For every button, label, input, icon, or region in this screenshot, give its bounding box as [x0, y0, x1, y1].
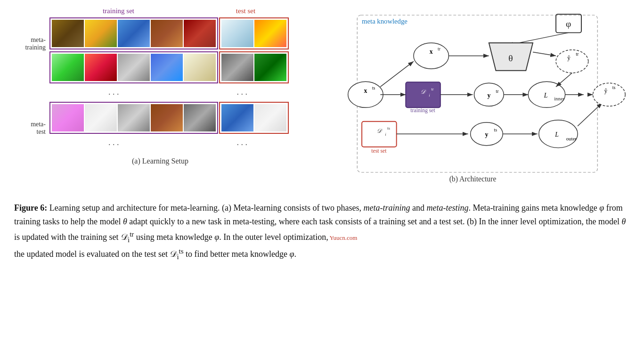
img-8 — [52, 54, 84, 81]
img-17 — [118, 104, 150, 131]
svg-point-6 — [414, 43, 449, 69]
training-group-2 — [49, 51, 218, 83]
svg-text:(b)  Architecture: (b) Architecture — [449, 175, 497, 183]
svg-point-11 — [556, 50, 588, 73]
svg-text:tr: tr — [431, 87, 433, 91]
img-3 — [118, 20, 150, 47]
image-row-2 — [49, 51, 306, 83]
img-16 — [85, 104, 117, 131]
meta-training-label: meta-training — [14, 17, 49, 51]
training-group-3 — [49, 102, 218, 134]
img-20 — [221, 104, 253, 131]
svg-text:ts: ts — [612, 85, 616, 90]
img-10 — [118, 54, 150, 81]
img-6 — [221, 20, 253, 47]
svg-text:φ: φ — [566, 19, 571, 29]
set-labels-row: training set test set — [14, 7, 306, 15]
img-18 — [151, 104, 183, 131]
dots-left-2: . . . — [108, 138, 119, 147]
svg-text:outer: outer — [566, 136, 577, 141]
image-row-3 — [49, 102, 306, 134]
svg-line-27 — [556, 73, 572, 87]
meta-test-label: meta-test — [14, 102, 49, 136]
svg-text:L: L — [544, 92, 548, 99]
test-set-label: test set — [236, 7, 255, 15]
img-11 — [151, 54, 183, 81]
svg-line-47 — [578, 103, 602, 126]
img-12 — [184, 54, 216, 81]
meta-testing-italic: meta-testing — [426, 203, 468, 213]
img-9 — [85, 54, 117, 81]
right-architecture-panel: meta knowledge φ θ x tr ŷ tr 𝒟 — [316, 5, 630, 192]
dots-right: . . . — [237, 87, 248, 97]
dots-left: . . . — [108, 87, 119, 97]
svg-text:test set: test set — [371, 148, 387, 154]
svg-text:x: x — [430, 49, 433, 56]
svg-text:tr: tr — [576, 51, 579, 57]
top-diagram-section: training set test set meta-training — [14, 5, 630, 192]
svg-text:θ: θ — [508, 53, 513, 63]
meta-knowledge-text: meta knowledge — [362, 17, 408, 25]
svg-text:y: y — [485, 131, 488, 138]
meta-test-block: meta-test . — [14, 102, 306, 149]
svg-text:x: x — [364, 87, 367, 94]
svg-text:L: L — [554, 131, 559, 138]
watermark: Yuucn.com — [328, 234, 358, 241]
test-group-1 — [219, 17, 289, 49]
svg-point-34 — [348, 82, 383, 107]
meta-training-images: . . . . . . — [49, 17, 306, 99]
svg-text:inner: inner — [554, 96, 565, 101]
img-4 — [151, 20, 183, 47]
architecture-svg: meta knowledge φ θ x tr ŷ tr 𝒟 — [316, 5, 630, 192]
svg-text:ts: ts — [372, 85, 375, 90]
svg-text:ŷ: ŷ — [604, 88, 608, 94]
svg-line-10 — [533, 52, 556, 56]
left-figure-caption: (a) Learning Setup — [132, 157, 188, 165]
figure-label: Figure 6: — [14, 203, 47, 213]
left-learning-setup: training set test set meta-training — [14, 5, 306, 192]
img-19 — [184, 104, 216, 131]
test-group-2 — [219, 51, 289, 83]
img-21 — [254, 104, 286, 131]
img-13 — [221, 54, 253, 81]
svg-text:ŷ: ŷ — [567, 55, 571, 61]
meta-training-italic: meta-training — [363, 203, 410, 213]
image-row-1 — [49, 17, 306, 49]
svg-text:ts: ts — [494, 127, 497, 132]
dots-row-2: . . . . . . — [49, 136, 306, 149]
img-5 — [184, 20, 216, 47]
test-group-3 — [219, 102, 289, 134]
dots-row-1: . . . . . . — [49, 85, 306, 99]
img-2 — [85, 20, 117, 47]
img-14 — [254, 54, 286, 81]
meta-training-block: meta-training — [14, 17, 306, 99]
meta-test-images: . . . . . . — [49, 102, 306, 149]
svg-point-48 — [593, 83, 626, 106]
svg-text:tr: tr — [496, 89, 499, 94]
dots-right-2: . . . — [237, 138, 248, 147]
training-set-label: training set — [103, 7, 134, 15]
svg-text:tr: tr — [438, 46, 441, 51]
training-group-1 — [49, 17, 218, 49]
img-1 — [52, 20, 84, 47]
figure-caption: Figure 6: Learning setup and architectur… — [14, 201, 630, 262]
svg-text:training set: training set — [410, 107, 435, 114]
svg-text:ts: ts — [387, 126, 390, 131]
img-15 — [52, 104, 84, 131]
img-7 — [254, 20, 286, 47]
svg-text:y: y — [487, 92, 490, 99]
